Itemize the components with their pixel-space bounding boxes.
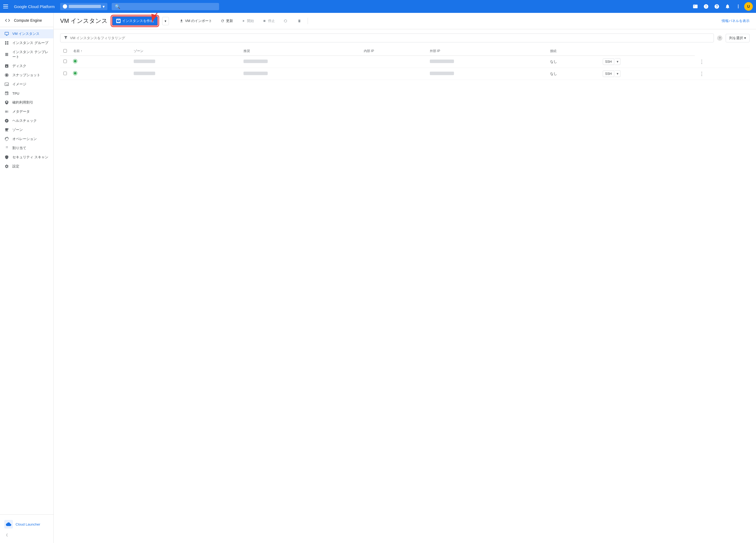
sidebar-item-settings[interactable]: 設定	[0, 162, 53, 171]
select-all-header	[60, 47, 70, 56]
health-icon	[4, 118, 9, 123]
col-header-zone: ゾーン	[130, 47, 240, 56]
filter-input[interactable]	[70, 36, 710, 40]
sidebar-item-allocation[interactable]: 割り当て	[0, 144, 53, 153]
sidebar-label-operations: オペレーション	[12, 137, 37, 141]
info-panel-button[interactable]: 情報パネルを表示	[722, 19, 750, 23]
table-header: 名前 ↑ ゾーン 推奨 内部 IP 外部 IP	[60, 47, 750, 56]
sidebar-item-snapshots[interactable]: スナップショット	[0, 71, 53, 80]
settings-icon	[4, 164, 9, 169]
col-header-recommend: 推奨	[240, 47, 361, 56]
sidebar-item-committed-use[interactable]: 確約利用割引	[0, 98, 53, 107]
ssh-dropdown-1[interactable]: ▾	[615, 58, 620, 65]
sidebar-title: Compute Engine	[14, 18, 42, 23]
import-vm-button[interactable]: VM のインポート	[176, 17, 215, 25]
sidebar-label-health-checks: ヘルスチェック	[12, 118, 37, 123]
project-selector[interactable]: ▾	[60, 3, 107, 10]
operations-icon	[4, 137, 9, 141]
tpu-icon	[4, 91, 9, 96]
sidebar-item-metadata[interactable]: メタデータ	[0, 107, 53, 116]
row-2-more-icon[interactable]: ⋮	[698, 70, 706, 78]
stop-button[interactable]: 停止	[259, 17, 278, 25]
error-icon[interactable]	[701, 2, 711, 11]
discount-icon	[4, 100, 9, 105]
topbar: Google Cloud Platform ▾ 🔍 U	[0, 0, 756, 13]
create-instance-button[interactable]: インスタンスを作成	[112, 16, 158, 26]
row-1-more-icon[interactable]: ⋮	[698, 58, 706, 66]
col-header-connect: 接続	[547, 47, 599, 56]
table-body: なし SSH ▾ ⋮	[60, 56, 750, 80]
ssh-dropdown-2[interactable]: ▾	[615, 70, 620, 77]
sidebar-collapse-btn[interactable]: 《	[4, 531, 49, 540]
content-toolbar: VM インスタンス インスタンスを作成	[54, 13, 756, 29]
sidebar-label-vm-instances: VM インスタンス	[12, 31, 39, 36]
start-label: 開始	[247, 19, 254, 23]
create-instance-label: インスタンスを作成	[122, 19, 154, 23]
create-dropdown-button[interactable]: ▾	[162, 17, 169, 25]
row-1-status	[70, 56, 130, 68]
sidebar-label-settings: 設定	[12, 164, 19, 169]
row-2-recommend	[361, 68, 427, 80]
sidebar-item-tpu[interactable]: TPU	[0, 89, 53, 98]
security-icon	[4, 155, 9, 160]
menu-icon[interactable]	[3, 3, 10, 10]
sidebar: Compute Engine VM インスタンス インスタンス グループ	[0, 13, 54, 543]
chevron-down-icon: ▾	[103, 4, 105, 9]
main-content: VM インスタンス インスタンスを作成	[54, 13, 756, 543]
row-2-name	[130, 68, 240, 80]
group-icon	[4, 41, 9, 45]
row-1-checkbox[interactable]	[63, 60, 67, 63]
col-header-internal-ip: 内部 IP	[361, 47, 427, 56]
column-select-button[interactable]: 列を選択 ▾	[726, 34, 750, 42]
sidebar-item-operations[interactable]: オペレーション	[0, 134, 53, 144]
ssh-button-2[interactable]: SSH	[603, 71, 614, 77]
filter-help-icon[interactable]: ?	[717, 35, 722, 41]
row-2-checkbox[interactable]	[63, 72, 67, 75]
notifications-icon[interactable]	[723, 2, 732, 11]
metadata-icon	[4, 109, 9, 114]
row-1-recommend	[361, 56, 427, 68]
sidebar-item-health-checks[interactable]: ヘルスチェック	[0, 116, 53, 125]
row-2-connect: SSH ▾	[599, 68, 695, 80]
delete-button[interactable]	[294, 17, 304, 25]
sidebar-item-disks[interactable]: ディスク	[0, 61, 53, 71]
sidebar-item-security-scan[interactable]: セキュリティ スキャン	[0, 153, 53, 162]
row-1-name-text	[134, 60, 155, 63]
sidebar-item-instance-templates[interactable]: インスタンス テンプレート	[0, 48, 53, 61]
row-2-internal-ip-text	[430, 72, 454, 75]
sidebar-item-images[interactable]: イメージ	[0, 80, 53, 89]
reset-button[interactable]	[280, 17, 292, 25]
sidebar-label-tpu: TPU	[12, 92, 19, 96]
start-button[interactable]: 開始	[238, 17, 257, 25]
help-icon[interactable]	[712, 2, 722, 11]
column-select-label: 列を選択	[729, 36, 743, 41]
sidebar-label-images: イメージ	[12, 82, 26, 87]
row-1-zone	[240, 56, 361, 68]
sidebar-item-instance-groups[interactable]: インスタンス グループ	[0, 38, 53, 48]
refresh-button[interactable]: 更新	[217, 17, 236, 25]
filter-input-wrap	[60, 34, 714, 42]
sidebar-label-instance-groups: インスタンス グループ	[12, 41, 48, 45]
svg-rect-0	[5, 32, 8, 35]
cloud-launcher-icon	[4, 520, 13, 529]
sidebar-label-disks: ディスク	[12, 64, 26, 68]
topbar-actions: U	[690, 2, 753, 11]
refresh-label: 更新	[226, 19, 233, 23]
sidebar-item-zones[interactable]: ゾーン	[0, 125, 53, 134]
col-header-name: 名前 ↑	[70, 47, 130, 56]
topbar-title: Google Cloud Platform	[14, 4, 55, 9]
stop-label: 停止	[268, 19, 275, 23]
row-1-external-ip: なし	[547, 56, 599, 68]
avatar[interactable]: U	[744, 2, 753, 11]
col-header-external-ip: 外部 IP	[427, 47, 547, 56]
search-bar[interactable]: 🔍	[112, 3, 219, 10]
cloud-launcher-link[interactable]: Cloud Launcher	[4, 518, 49, 531]
row-2-more: ⋮	[695, 68, 750, 80]
more-vert-icon[interactable]	[733, 2, 743, 11]
ssh-button-1[interactable]: SSH	[603, 59, 614, 65]
cloud-shell-icon[interactable]	[690, 2, 700, 11]
sidebar-item-vm-instances[interactable]: VM インスタンス	[0, 29, 53, 38]
row-1-zone-text	[243, 60, 268, 63]
select-all-checkbox[interactable]	[63, 49, 67, 53]
vm-icon	[4, 31, 9, 36]
